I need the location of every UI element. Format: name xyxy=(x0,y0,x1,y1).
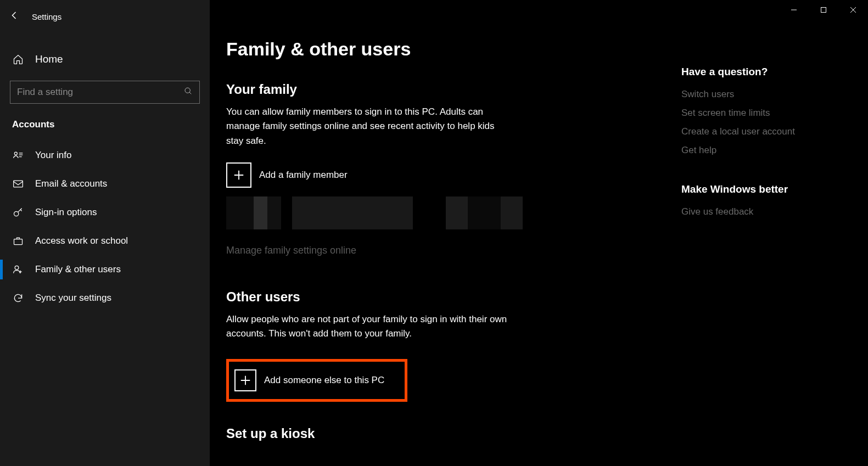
maximize-button[interactable] xyxy=(809,0,838,20)
help-link-screen-time[interactable]: Set screen time limits xyxy=(681,108,835,119)
category-label: Accounts xyxy=(0,104,210,141)
help-link-local-account[interactable]: Create a local user account xyxy=(681,126,835,137)
close-button[interactable] xyxy=(838,0,868,20)
add-family-label: Add a family member xyxy=(259,170,348,181)
minimize-button[interactable] xyxy=(779,0,809,20)
nav-sync-settings[interactable]: Sync your settings xyxy=(0,284,210,312)
nav-your-info[interactable]: Your info xyxy=(0,141,210,170)
question-heading: Have a question? xyxy=(681,66,835,78)
add-family-member-button[interactable]: Add a family member xyxy=(226,162,643,188)
nav-label: Family & other users xyxy=(35,264,121,275)
other-desc: Allow people who are not part of your fa… xyxy=(226,312,512,341)
nav-email-accounts[interactable]: Email & accounts xyxy=(0,170,210,198)
person-card-icon xyxy=(12,149,24,161)
help-link-switch-users[interactable]: Switch users xyxy=(681,89,835,100)
better-heading: Make Windows better xyxy=(681,183,835,195)
kiosk-heading: Set up a kiosk xyxy=(226,426,643,441)
nav-label: Sync your settings xyxy=(35,293,111,304)
main-pane: Family & other users Your family You can… xyxy=(210,0,868,466)
other-users-section: Other users Allow people who are not par… xyxy=(226,289,643,420)
svg-point-5 xyxy=(15,266,19,270)
sync-icon xyxy=(12,292,24,304)
people-icon xyxy=(12,263,24,276)
family-member-entry[interactable] xyxy=(226,196,523,229)
window-controls xyxy=(779,0,868,20)
search-box[interactable] xyxy=(10,81,200,104)
family-heading: Your family xyxy=(226,82,643,97)
nav-family-users[interactable]: Family & other users xyxy=(0,255,210,284)
svg-point-3 xyxy=(14,211,19,216)
titlebar: Settings xyxy=(0,5,210,29)
nav-work-school[interactable]: Access work or school xyxy=(0,227,210,255)
help-aside: Have a question? Switch users Set screen… xyxy=(681,66,835,225)
nav-label: Sign-in options xyxy=(35,207,97,218)
svg-rect-2 xyxy=(14,181,23,187)
other-heading: Other users xyxy=(226,289,643,305)
sidebar: Settings Home Accounts Your info Email &… xyxy=(0,0,210,466)
search-icon xyxy=(184,87,193,98)
back-button[interactable] xyxy=(10,10,20,23)
help-link-get-help[interactable]: Get help xyxy=(681,145,835,156)
plus-icon xyxy=(226,162,251,188)
svg-rect-4 xyxy=(14,239,23,245)
your-family-section: Your family You can allow family members… xyxy=(226,82,643,284)
nav-signin-options[interactable]: Sign-in options xyxy=(0,198,210,227)
manage-family-link[interactable]: Manage family settings online xyxy=(226,245,356,256)
svg-point-0 xyxy=(185,88,190,93)
svg-point-1 xyxy=(14,152,17,155)
add-other-label: Add someone else to this PC xyxy=(264,375,384,386)
home-icon xyxy=(12,53,24,65)
mail-icon xyxy=(12,178,24,190)
family-desc: You can allow family members to sign in … xyxy=(226,105,512,148)
search-wrap xyxy=(10,81,200,104)
add-someone-else-button[interactable]: Add someone else to this PC xyxy=(226,359,407,402)
nav-label: Access work or school xyxy=(35,235,128,246)
plus-icon xyxy=(234,369,256,391)
home-label: Home xyxy=(35,53,63,65)
briefcase-icon xyxy=(12,235,24,247)
key-icon xyxy=(12,206,24,218)
feedback-link[interactable]: Give us feedback xyxy=(681,206,835,217)
search-input[interactable] xyxy=(17,87,184,98)
page-title: Family & other users xyxy=(226,38,643,60)
nav-label: Email & accounts xyxy=(35,178,107,189)
nav-label: Your info xyxy=(35,150,71,161)
home-nav[interactable]: Home xyxy=(0,46,210,73)
window-title: Settings xyxy=(32,12,61,21)
svg-rect-6 xyxy=(821,8,826,13)
